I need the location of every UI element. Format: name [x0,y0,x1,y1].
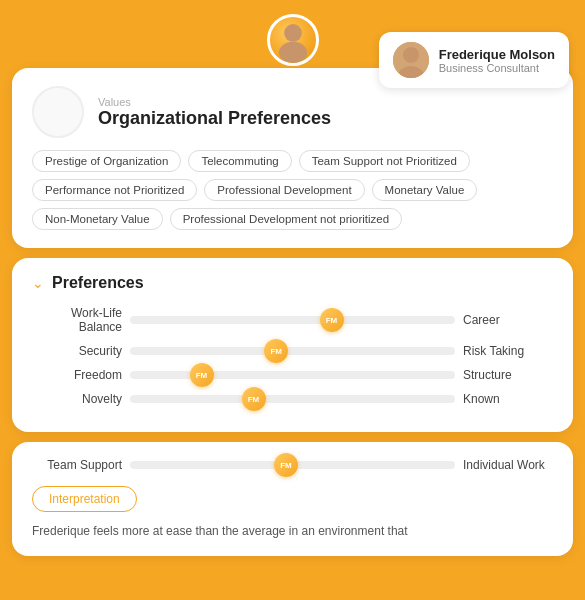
slider-track: FM [130,316,455,324]
slider-row: SecurityFMRisk Taking [32,344,553,358]
profile-name: Frederique Molson [439,47,555,62]
card-header: Values Organizational Preferences [32,86,553,138]
fm-marker: FM [264,339,288,363]
preferences-header: ⌄ Preferences [32,274,553,292]
organizational-preferences-card: Values Organizational Preferences Presti… [12,68,573,248]
slider-left-label: Freedom [32,368,122,382]
avatar [393,42,429,78]
slider-left-label: Security [32,344,122,358]
tag: Performance not Prioritized [32,179,197,201]
values-title-group: Values Organizational Preferences [98,96,331,129]
team-support-track: FM [130,461,455,469]
bottom-card: Team Support FM Individual Work Interpre… [12,442,573,556]
tag: Team Support not Prioritized [299,150,470,172]
slider-row: Work-Life BalanceFMCareer [32,306,553,334]
slider-right-label: Known [463,392,553,406]
tag: Prestige of Organization [32,150,181,172]
svg-point-3 [403,47,419,63]
slider-row: NoveltyFMKnown [32,392,553,406]
sliders-container: Work-Life BalanceFMCareerSecurityFMRisk … [32,306,553,406]
tags-container: Prestige of OrganizationTelecommutingTea… [32,150,553,230]
individual-work-label: Individual Work [463,458,553,472]
slider-track: FM [130,371,455,379]
profile-title: Business Consultant [439,62,555,74]
values-label: Values [98,96,331,108]
preferences-card: ⌄ Preferences Work-Life BalanceFMCareerS… [12,258,573,432]
tag: Professional Development not prioritized [170,208,402,230]
slider-track: FM [130,347,455,355]
tag: Telecommuting [188,150,291,172]
tag: Non-Monetary Value [32,208,163,230]
top-decoration [267,14,319,66]
fm-marker: FM [190,363,214,387]
chevron-down-icon: ⌄ [32,275,44,291]
slider-right-label: Structure [463,368,553,382]
profile-card: Frederique Molson Business Consultant [379,32,569,88]
fm-marker: FM [242,387,266,411]
slider-left-label: Novelty [32,392,122,406]
fm-marker: FM [274,453,298,477]
slider-right-label: Risk Taking [463,344,553,358]
bottom-description: Frederique feels more at ease than the a… [32,522,553,540]
svg-point-0 [284,24,302,42]
tag: Monetary Value [372,179,478,201]
team-support-row: Team Support FM Individual Work [32,458,553,472]
slider-right-label: Career [463,313,553,327]
main-container: Values Organizational Preferences Presti… [12,68,573,592]
profile-info: Frederique Molson Business Consultant [439,47,555,74]
slider-row: FreedomFMStructure [32,368,553,382]
preferences-title: Preferences [52,274,144,292]
tag: Professional Development [204,179,364,201]
user-circle [32,86,84,138]
interpretation-button[interactable]: Interpretation [32,486,137,512]
svg-point-1 [278,42,306,63]
slider-left-label: Work-Life Balance [32,306,122,334]
slider-track: FM [130,395,455,403]
team-support-label: Team Support [32,458,122,472]
values-title: Organizational Preferences [98,108,331,129]
fm-marker: FM [320,308,344,332]
